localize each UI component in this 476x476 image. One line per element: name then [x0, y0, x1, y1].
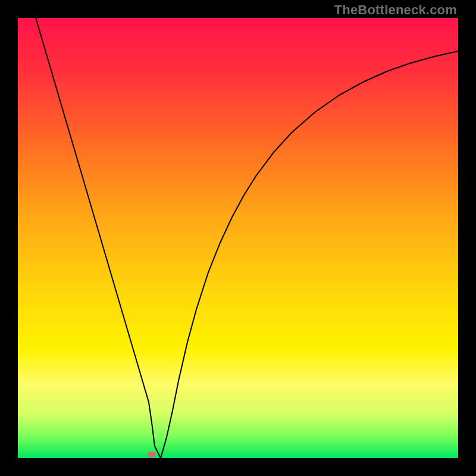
optimal-point-marker — [148, 452, 156, 458]
gradient-rect — [18, 18, 458, 458]
chart-svg — [18, 18, 458, 458]
chart-area — [18, 18, 458, 458]
watermark-text: TheBottleneck.com — [334, 2, 457, 18]
